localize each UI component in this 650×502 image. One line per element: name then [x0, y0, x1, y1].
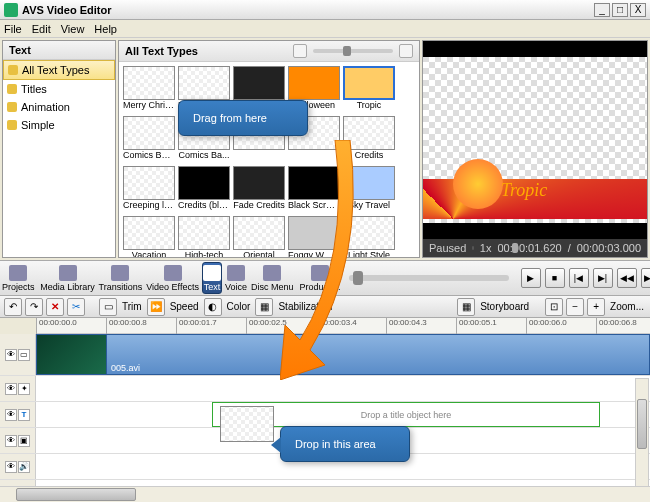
undo-button[interactable]: ↶ [4, 298, 22, 316]
menu-edit[interactable]: Edit [32, 23, 51, 35]
category-sidebar: Text All Text Types Titles Animation Sim… [2, 40, 116, 258]
gallery-thumb[interactable]: Tropic [343, 66, 395, 112]
sidebar-item-titles[interactable]: Titles [3, 80, 115, 98]
storyboard-label[interactable]: Storyboard [480, 301, 529, 312]
color-icon[interactable]: ◐ [204, 298, 222, 316]
thumb-caption: Foggy W...k... [288, 250, 340, 257]
gallery-view-large-icon[interactable] [399, 44, 413, 58]
stabilization-icon[interactable]: ▦ [255, 298, 273, 316]
play-button[interactable]: ▶ [521, 268, 541, 288]
zoom-in-button[interactable]: + [587, 298, 605, 316]
menu-file[interactable]: File [4, 23, 22, 35]
next-frame-button[interactable]: ▶| [593, 268, 613, 288]
callout-drop: Drop in this area [280, 426, 410, 462]
transitions-button[interactable]: Transitions [98, 262, 144, 294]
trim-icon[interactable]: ▭ [99, 298, 117, 316]
thumb-caption: Vacation [123, 250, 175, 257]
gallery-thumb[interactable]: Sky Travel [343, 166, 395, 212]
text-track[interactable]: 👁T Drop a title object here [0, 402, 650, 428]
video-effects-button[interactable]: Video Effects [145, 262, 200, 294]
thumb-caption: Black Screen... [288, 200, 340, 212]
gallery-thumb[interactable]: Vacation [123, 216, 175, 257]
minimize-button[interactable]: _ [594, 3, 610, 17]
projects-button[interactable]: Projects [1, 262, 36, 294]
ruler-tick: 00:00:06.0 [526, 318, 567, 334]
gallery-thumb[interactable]: Credits (black) [178, 166, 230, 212]
voice-button[interactable]: Voice [224, 262, 248, 294]
video-track[interactable]: 👁▭ 005.avi [0, 334, 650, 376]
gallery-thumb[interactable]: Oriental [233, 216, 285, 257]
menubar: File Edit View Help [0, 20, 650, 38]
sidebar-item-simple[interactable]: Simple [3, 116, 115, 134]
timeline-ruler[interactable]: 00:00:00.000:00:00.800:00:01.700:00:02.5… [36, 318, 650, 334]
track-visibility-icon[interactable]: 👁 [5, 383, 17, 395]
redo-button[interactable]: ↷ [25, 298, 43, 316]
gallery-thumb[interactable]: Fade Credits [233, 166, 285, 212]
track-visibility-icon[interactable]: 👁 [5, 409, 17, 421]
preview-screen[interactable]: Tropic [423, 41, 647, 239]
gallery-thumb[interactable]: Black Screen... [288, 166, 340, 212]
menu-view[interactable]: View [61, 23, 85, 35]
prev-frame-button[interactable]: |◀ [569, 268, 589, 288]
gallery-thumb[interactable]: Creeping line [123, 166, 175, 212]
gallery-grid: Merry Christ...Merry Christ...Merry Chri… [119, 62, 419, 257]
gallery-zoom-slider[interactable] [313, 49, 393, 53]
color-label[interactable]: Color [227, 301, 251, 312]
effects-track[interactable]: 👁✦ [0, 376, 650, 402]
track-visibility-icon[interactable]: 👁 [5, 435, 17, 447]
thumb-caption: Merry Christ... [123, 100, 175, 112]
delete-button[interactable]: ✕ [46, 298, 64, 316]
preview-position: 00:00:01.620 [497, 242, 561, 254]
gallery-panel: All Text Types Merry Christ...Merry Chri… [118, 40, 420, 258]
ffwd-button[interactable]: ▶▶ [641, 268, 651, 288]
media-library-button[interactable]: Media Library [40, 262, 96, 294]
maximize-button[interactable]: □ [612, 3, 628, 17]
media-icon [59, 265, 77, 281]
sidebar-item-animation[interactable]: Animation [3, 98, 115, 116]
gallery-thumb[interactable]: Credits [343, 116, 395, 162]
preview-speed: 1x [480, 242, 492, 254]
preview-seekbar[interactable] [472, 246, 474, 250]
storyboard-icon[interactable]: ▦ [457, 298, 475, 316]
gallery-view-small-icon[interactable] [293, 44, 307, 58]
close-button[interactable]: X [630, 3, 646, 17]
fit-zoom-button[interactable]: ⊡ [545, 298, 563, 316]
produce-button[interactable]: Produce... [298, 262, 341, 294]
gallery-thumb[interactable]: Merry Christ... [123, 66, 175, 112]
speed-label[interactable]: Speed [170, 301, 199, 312]
thumb-caption: High-tech [178, 250, 230, 257]
zoom-label[interactable]: Zoom... [610, 301, 644, 312]
gallery-thumb[interactable]: Comics Ballo... [123, 116, 175, 162]
timeline-scrollbar-horizontal[interactable] [0, 486, 650, 502]
track-mute-icon[interactable]: 👁 [5, 461, 17, 473]
menu-help[interactable]: Help [94, 23, 117, 35]
timeline-scrollbar-vertical[interactable] [635, 378, 649, 502]
disc-menu-button[interactable]: Disc Menu [250, 262, 295, 294]
sidebar-item-all[interactable]: All Text Types [3, 60, 115, 80]
stabilization-label[interactable]: Stabilization [278, 301, 332, 312]
rewind-button[interactable]: ◀◀ [617, 268, 637, 288]
thumb-caption [288, 150, 340, 162]
speed-icon[interactable]: ⏩ [147, 298, 165, 316]
voice-icon [227, 265, 245, 281]
thumb-caption: Fade Credits [233, 200, 285, 212]
trim-label[interactable]: Trim [122, 301, 142, 312]
video-clip[interactable]: 005.avi [36, 334, 650, 375]
thumb-caption: Tropic [343, 100, 395, 112]
thumb-caption: Sky Travel [343, 200, 395, 212]
split-button[interactable]: ✂ [67, 298, 85, 316]
transport-seekbar[interactable] [349, 275, 509, 281]
stop-button[interactable]: ■ [545, 268, 565, 288]
thumb-caption: Comics Ba... [178, 150, 230, 162]
track-visibility-icon[interactable]: 👁 [5, 349, 17, 361]
gallery-thumb[interactable]: Foggy W...k... [288, 216, 340, 257]
ruler-tick: 00:00:03.4 [316, 318, 357, 334]
audio-track-icon: 🔊 [18, 461, 30, 473]
gallery-thumb[interactable]: Light Style [343, 216, 395, 257]
ruler-tick: 00:00:04.3 [386, 318, 427, 334]
thumb-caption [233, 150, 285, 162]
clip-thumbnail [37, 335, 107, 374]
zoom-out-button[interactable]: − [566, 298, 584, 316]
gallery-thumb[interactable]: High-tech [178, 216, 230, 257]
text-button[interactable]: Text [202, 262, 222, 294]
